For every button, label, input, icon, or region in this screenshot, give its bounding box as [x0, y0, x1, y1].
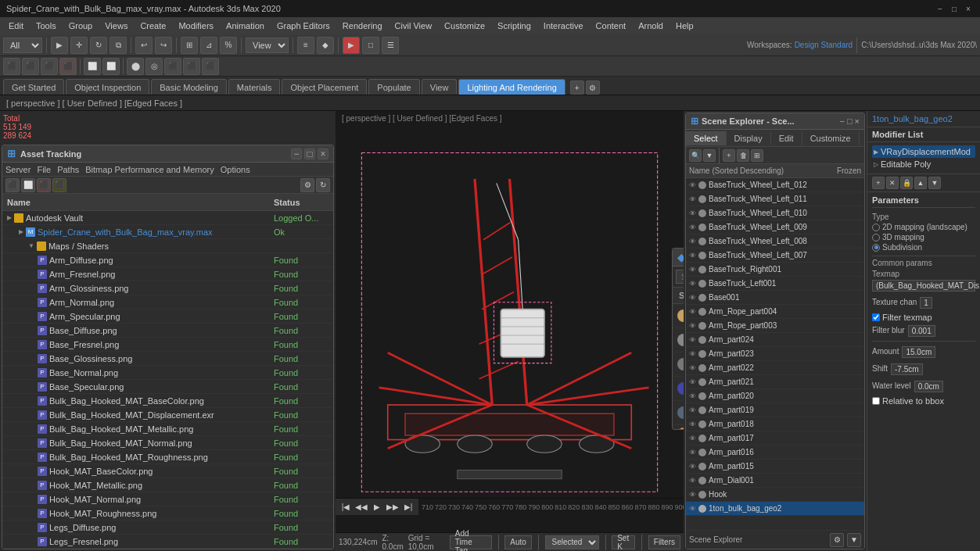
scene-tb-filter-btn[interactable]: ▼ — [703, 149, 716, 162]
menu-content[interactable]: Content — [591, 20, 632, 32]
asset-row-mainfile[interactable]: ▶ M Spider_Crane_with_Bulk_Bag_max_vray.… — [2, 225, 333, 239]
mat-row-4[interactable]: Legs ( VRayMtl ) [LegsFrontLeft_Angle_Wi… — [673, 401, 684, 425]
scene-tab-select[interactable]: Select — [686, 131, 727, 145]
asset-file-row-12[interactable]: P Bulk_Bag_Hooked_MAT_Metallic.png Found — [2, 422, 333, 436]
anim-step-fwd-btn[interactable]: ▶▶ — [386, 500, 400, 514]
param-texmap-value[interactable]: (Bulk_Bag_Hooked_MAT_Dis... — [872, 280, 975, 292]
scene-row-6[interactable]: 👁 BaseTruck_Right001 — [686, 263, 864, 277]
tab-object-placement[interactable]: Object Placement — [282, 79, 367, 95]
menu-rendering[interactable]: Rendering — [337, 20, 388, 32]
scene-tab-display[interactable]: Display — [727, 131, 771, 145]
asset-file-row-17[interactable]: P Hook_MAT_Normal.png Found — [2, 492, 333, 506]
tab-get-started[interactable]: Get Started — [3, 79, 64, 95]
props-del-btn[interactable]: ✕ — [886, 177, 899, 189]
menu-customize[interactable]: Customize — [439, 20, 490, 32]
view-select[interactable]: View — [246, 38, 289, 53]
menu-graph-editors[interactable]: Graph Editors — [271, 20, 336, 32]
menu-create[interactable]: Create — [135, 20, 171, 32]
radio-2d[interactable] — [872, 224, 880, 231]
scene-options-btn[interactable]: ▼ — [847, 533, 861, 547]
tex-chan-value[interactable]: 1 — [920, 297, 932, 309]
scene-settings-btn[interactable]: ⚙ — [830, 533, 844, 547]
asset-file-row-7[interactable]: P Base_Glossiness.png Found — [2, 352, 333, 366]
asset-tb-btn4[interactable]: ⬛ — [52, 178, 66, 192]
menu-arnold[interactable]: Arnold — [633, 20, 669, 32]
tb2-btn3[interactable]: ⬛ — [41, 58, 58, 75]
viewport[interactable]: [ perspective ] [ User Defined ] [Edged … — [336, 111, 684, 551]
add-time-tag-btn[interactable]: Add Time Tag — [450, 535, 492, 549]
asset-file-row-9[interactable]: P Base_Specular.png Found — [2, 380, 333, 394]
scene-row-21[interactable]: 👁 Arm_Dial001 — [686, 474, 864, 488]
water-level-value[interactable]: 0.0cm — [914, 381, 943, 392]
tab-settings-btn[interactable]: ⚙ — [586, 81, 600, 95]
asset-file-row-0[interactable]: P Arm_Diffuse.png Found — [2, 253, 333, 267]
maximize-button[interactable]: □ — [949, 3, 960, 14]
scene-close-btn[interactable]: × — [855, 116, 860, 126]
tb2-btn11[interactable]: ⬛ — [202, 58, 219, 75]
mat-row-1[interactable]: Arm ( VRayMtl ) [Arm_Dial001, Arm_part01… — [673, 328, 684, 352]
amount-value[interactable]: 15.0cm — [902, 346, 935, 358]
redo-btn[interactable]: ↪ — [155, 37, 172, 54]
asset-tb-btn1[interactable]: ⬛ — [5, 178, 20, 192]
select-btn[interactable]: ▶ — [51, 37, 68, 54]
mat-row-3[interactable]: DISPLACE (Bulk_Bag_Hooked_MAT_Displaceme… — [673, 377, 684, 401]
close-button[interactable]: × — [963, 3, 974, 14]
asset-file-row-10[interactable]: P Bulk_Bag_Hooked_MAT_BaseColor.png Foun… — [2, 394, 333, 408]
props-dn-btn[interactable]: ▼ — [928, 177, 941, 189]
asset-close-btn[interactable]: × — [318, 148, 328, 159]
undo-btn[interactable]: ↩ — [135, 37, 153, 54]
menu-civil-view[interactable]: Civil View — [389, 20, 437, 32]
tb2-btn10[interactable]: ⬛ — [183, 58, 200, 75]
props-add-btn[interactable]: + — [872, 177, 885, 189]
scene-row-15[interactable]: 👁 Arm_part020 — [686, 389, 864, 403]
menu-group[interactable]: Group — [63, 20, 99, 32]
tb2-btn1[interactable]: ⬛ — [3, 58, 20, 75]
tb2-btn2[interactable]: ⬛ — [22, 58, 39, 75]
anim-prev-btn[interactable]: |◀ — [339, 500, 353, 514]
anim-next-btn[interactable]: ▶| — [401, 500, 415, 514]
asset-file-row-11[interactable]: P Bulk_Bag_Hooked_MAT_Displacement.exr F… — [2, 408, 333, 422]
tab-extra-btn[interactable]: + — [570, 81, 584, 95]
radio-3d[interactable] — [872, 234, 880, 242]
menu-tools[interactable]: Tools — [31, 20, 62, 32]
asset-row-maps-folder[interactable]: ▼ Maps / Shaders — [2, 239, 333, 253]
scene-row-2[interactable]: 👁 BaseTruck_Wheel_Left_010 — [686, 206, 864, 220]
mat-search-input[interactable] — [676, 270, 684, 284]
scene-row-3[interactable]: 👁 BaseTruck_Wheel_Left_009 — [686, 220, 864, 234]
move-btn[interactable]: ✛ — [70, 37, 88, 54]
asset-file-row-20[interactable]: P Legs_Fresnel.png Found — [2, 535, 333, 549]
scene-row-16[interactable]: 👁 Arm_part019 — [686, 403, 864, 417]
asset-maximize-btn[interactable]: □ — [304, 148, 315, 159]
render2-btn[interactable]: □ — [362, 37, 379, 54]
menu-animation[interactable]: Animation — [221, 20, 270, 32]
scene-row-10[interactable]: 👁 Arm_Rope_part003 — [686, 319, 864, 333]
set-k-btn[interactable]: Set K — [612, 535, 635, 549]
scene-tab-edit[interactable]: Edit — [771, 131, 802, 145]
scene-row-17[interactable]: 👁 Arm_part018 — [686, 417, 864, 431]
filter-select[interactable]: All — [3, 38, 42, 53]
scene-row-7[interactable]: 👁 BaseTruck_Left001 — [686, 277, 864, 291]
asset-file-row-16[interactable]: P Hook_MAT_Metallic.png Found — [2, 478, 333, 492]
filters-btn[interactable]: Filters — [648, 535, 680, 549]
scene-tb-del-btn[interactable]: 🗑 — [737, 149, 749, 162]
asset-tb-btn2[interactable]: ⬜ — [21, 178, 35, 192]
scene-row-22[interactable]: 👁 Hook — [686, 488, 864, 502]
anim-play-btn[interactable]: ▶ — [370, 500, 384, 514]
snap-btn[interactable]: ⊞ — [181, 37, 198, 54]
menu-views[interactable]: Views — [99, 20, 133, 32]
menu-modifiers[interactable]: Modifiers — [173, 20, 219, 32]
asset-file-row-14[interactable]: P Bulk_Bag_Hooked_MAT_Roughness.png Foun… — [2, 450, 333, 464]
scene-row-8[interactable]: 👁 Base001 — [686, 291, 864, 305]
mat-row-2[interactable]: Base ( VRayMtl ) [Base001, BaseTruck_Lef… — [673, 352, 684, 377]
asset-file-row-2[interactable]: P Arm_Glossiness.png Found — [2, 281, 333, 295]
menu-edit[interactable]: Edit — [3, 20, 29, 32]
auto-btn[interactable]: Auto — [504, 535, 532, 549]
scene-row-19[interactable]: 👁 Arm_part016 — [686, 445, 864, 460]
asset-file-row-1[interactable]: P Arm_Fresnel.png Found — [2, 267, 333, 281]
asset-file-row-15[interactable]: P Hook_MAT_BaseColor.png Found — [2, 464, 333, 478]
tab-populate[interactable]: Populate — [368, 79, 419, 95]
menu-interactive[interactable]: Interactive — [538, 20, 589, 32]
scene-row-13[interactable]: 👁 Arm_part022 — [686, 361, 864, 375]
tab-lighting-rendering[interactable]: Lighting And Rendering — [458, 79, 565, 95]
layer-btn[interactable]: ≡ — [297, 37, 314, 54]
